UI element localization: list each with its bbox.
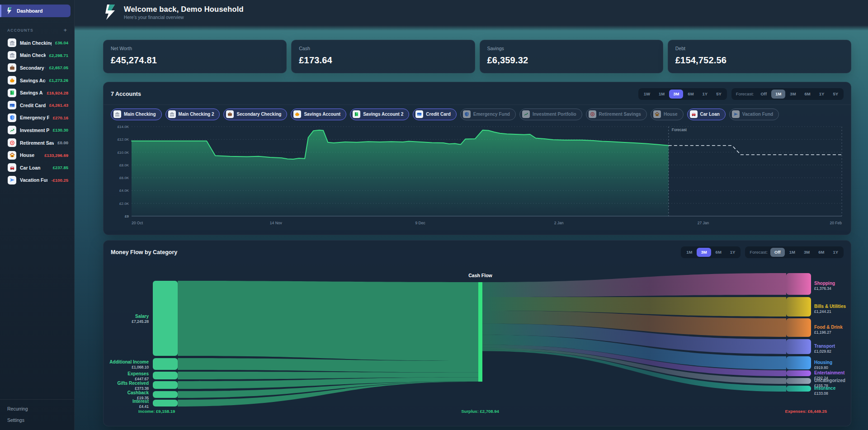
target-icon [8, 138, 16, 147]
account-chip-main-checking-2[interactable]: Main Checking 2 [165, 109, 220, 120]
account-chip-secondary-checking[interactable]: Secondary Checking [223, 109, 287, 120]
accounts-range-group: 1W1M3M6M1Y5Y [638, 88, 727, 100]
sankey-diagram[interactable]: Salary£7,245.28Additional Income£1,068.1… [104, 241, 852, 427]
svg-text:£1,244.21: £1,244.21 [814, 309, 831, 314]
account-row-vacation-fund[interactable]: Vacation Fund-£100.25 [0, 174, 74, 187]
money-flow-title: Money Flow by Category [111, 249, 177, 255]
svg-text:27 Jan: 27 Jan [698, 221, 709, 225]
forecast-option-5y[interactable]: 5Y [829, 90, 842, 99]
account-name: Emergency Fund [20, 115, 49, 120]
forecast-option-1m[interactable]: 1M [771, 90, 785, 99]
svg-text:£14.0K: £14.0K [118, 125, 129, 129]
svg-text:2 Jan: 2 Jan [554, 221, 564, 225]
forecast-option-3m[interactable]: 3M [800, 248, 814, 257]
range-button-1y[interactable]: 1Y [726, 248, 740, 257]
chip-label: Secondary Checking [236, 112, 281, 117]
svg-text:20 Oct: 20 Oct [132, 221, 143, 225]
svg-text:£4.0K: £4.0K [119, 189, 129, 193]
svg-text:£6.0K: £6.0K [119, 176, 129, 180]
account-list: Main Checking£36.04Main Checking 2£2,298… [0, 37, 74, 186]
account-chip-retirement-savings[interactable]: Retirement Savings [586, 109, 647, 120]
range-button-6m[interactable]: 6M [712, 248, 726, 257]
sidebar-footer: Recurring Settings [0, 399, 74, 430]
net-worth-chart[interactable]: £14.0K£12.0K£10.0K£8.0K£6.0K£4.0K£2.0K£0… [111, 121, 844, 232]
account-row-emergency-fund[interactable]: Emergency Fund£270.16 [0, 112, 74, 124]
range-button-1y[interactable]: 1Y [698, 90, 712, 99]
account-row-retirement-savings[interactable]: Retirement Savings£0.00 [0, 137, 74, 149]
briefcase-icon [226, 110, 234, 118]
stat-card-savings: Savings£6,359.32 [480, 40, 663, 73]
chip-label: Savings Account [304, 112, 340, 117]
sidebar-item-dashboard[interactable]: Dashboard [0, 5, 71, 17]
account-chip-savings-account[interactable]: Savings Account [291, 109, 346, 120]
account-row-main-checking-2[interactable]: Main Checking 2£2,298.71 [0, 49, 74, 62]
account-row-main-checking[interactable]: Main Checking£36.04 [0, 37, 74, 49]
account-chip-car-loan[interactable]: Car Loan [687, 109, 726, 120]
accounts-section-label: ACCOUNTS [7, 28, 33, 33]
account-row-investment-portfolio[interactable]: Investment Portfolio£130.30 [0, 124, 74, 137]
range-button-6m[interactable]: 6M [684, 90, 698, 99]
chip-label: Car Loan [700, 112, 720, 117]
forecast-option-1m[interactable]: 1M [785, 248, 799, 257]
account-balance: £0.00 [57, 140, 68, 145]
chart-up-icon [8, 126, 16, 134]
account-row-car-loan[interactable]: Car Loan£237.85 [0, 161, 74, 174]
forecast-option-6m[interactable]: 6M [801, 90, 815, 99]
svg-text:20 Feb: 20 Feb [830, 221, 842, 225]
account-row-credit-card[interactable]: Credit Card£4,261.43 [0, 99, 74, 112]
shield-icon [463, 110, 471, 118]
range-button-1m[interactable]: 1M [655, 90, 669, 99]
svg-text:£4.41: £4.41 [139, 404, 149, 409]
svg-text:14 Nov: 14 Nov [270, 221, 283, 225]
chip-label: Main Checking 2 [179, 112, 214, 117]
accounts-panel: 7 Accounts 1W1M3M6M1Y5Y Forecast:Off1M3M… [103, 82, 851, 235]
add-account-button[interactable]: + [63, 28, 67, 33]
money-flow-panel: Money Flow by Category 1M3M6M1Y Forecast… [103, 240, 851, 426]
account-chip-emergency-fund[interactable]: Emergency Fund [460, 109, 516, 120]
account-chip-vacation-fund[interactable]: Vacation Fund [729, 109, 779, 120]
range-button-3m[interactable]: 3M [697, 248, 711, 257]
range-button-3m[interactable]: 3M [669, 90, 683, 99]
forecast-option-1y[interactable]: 1Y [815, 90, 829, 99]
svg-text:9 Dec: 9 Dec [415, 221, 426, 225]
accounts-section-header: ACCOUNTS + [0, 28, 74, 33]
stat-value: £45,274.81 [111, 55, 279, 66]
forecast-option-6m[interactable]: 6M [814, 248, 828, 257]
bank-icon [8, 51, 16, 60]
range-button-1m[interactable]: 1M [682, 248, 696, 257]
account-row-savings-account-2[interactable]: Savings Account 2£16,924.28 [0, 86, 74, 99]
account-balance: £4,261.43 [49, 103, 68, 108]
account-filter-chips: Main CheckingMain Checking 2Secondary Ch… [104, 104, 851, 123]
range-button-5y[interactable]: 5Y [712, 90, 726, 99]
sidebar-item-settings[interactable]: Settings [7, 417, 67, 423]
account-name: Savings Account 2 [20, 90, 43, 95]
account-chip-house[interactable]: House [651, 109, 684, 120]
forecast-option-off[interactable]: Off [756, 90, 771, 99]
account-row-house[interactable]: House£133,296.69 [0, 149, 74, 161]
sidebar-item-recurring[interactable]: Recurring [7, 406, 67, 411]
bank-icon [113, 110, 121, 118]
car-icon [8, 163, 16, 172]
svg-text:Entertainment: Entertainment [814, 370, 845, 375]
main-content: Welcome back, Demo Household Here's your… [75, 0, 868, 430]
range-button-1w[interactable]: 1W [640, 90, 654, 99]
account-chip-savings-account-2[interactable]: Savings Account 2 [350, 109, 409, 120]
account-chip-credit-card[interactable]: Credit Card [413, 109, 456, 120]
piggy-bank-icon [8, 76, 16, 85]
account-row-savings-account[interactable]: Savings Account£1,273.26 [0, 74, 74, 87]
sidebar: Dashboard ACCOUNTS + Main Checking£36.04… [0, 0, 75, 430]
forecast-option-1y[interactable]: 1Y [829, 248, 842, 257]
active-indicator [0, 5, 1, 17]
account-chip-main-checking[interactable]: Main Checking [111, 109, 162, 120]
stat-label: Cash [299, 46, 467, 51]
svg-text:Expenses: Expenses [127, 371, 149, 376]
car-icon [690, 110, 698, 118]
account-row-secondary-checking[interactable]: Secondary Checking£2,657.05 [0, 61, 74, 74]
bank-icon [168, 110, 176, 118]
svg-text:£2.0K: £2.0K [119, 202, 129, 206]
account-balance: £133,296.69 [44, 153, 68, 158]
forecast-option-off[interactable]: Off [770, 248, 785, 257]
forecast-option-3m[interactable]: 3M [786, 90, 800, 99]
svg-text:Bills & Utilities: Bills & Utilities [814, 304, 846, 309]
account-chip-investment-portfolio[interactable]: Investment Portfolio [519, 109, 582, 120]
